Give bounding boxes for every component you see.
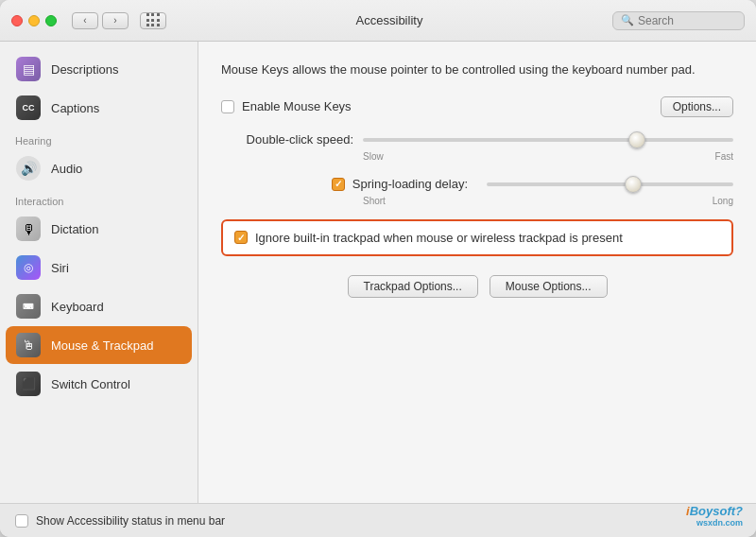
sidebar-item-siri[interactable]: ◎ Siri <box>6 249 192 286</box>
spring-loading-delay-section: Spring-loading delay: Short Long <box>221 175 733 206</box>
spring-loading-text: Spring-loading delay: <box>352 177 468 191</box>
status-bar-label[interactable]: Show Accessibility status in menu bar <box>15 514 225 528</box>
sidebar-item-mouse[interactable]: 🖱 Mouse & Trackpad <box>6 326 192 364</box>
traffic-lights <box>11 15 57 26</box>
sidebar-item-dictation[interactable]: 🎙 Dictation <box>6 210 192 248</box>
sidebar-label-mouse: Mouse & Trackpad <box>51 338 153 353</box>
apps-grid-icon <box>146 13 161 27</box>
sidebar-item-captions[interactable]: CC Captions <box>6 89 192 127</box>
options-button[interactable]: Options... <box>661 96 733 117</box>
enable-mouse-keys-text: Enable Mouse Keys <box>242 99 352 113</box>
speed-fast-label: Fast <box>715 151 733 162</box>
bottom-buttons: Trackpad Options... Mouse Options... <box>221 275 733 298</box>
watermark-question: ? <box>735 504 743 518</box>
main-content: ▤ Descriptions CC Captions Hearing 🔊 Aud… <box>0 42 756 503</box>
double-click-speed-slider[interactable] <box>363 138 733 142</box>
enable-mouse-keys-checkbox[interactable] <box>221 100 234 113</box>
double-click-speed-slider-wrapper <box>363 130 733 149</box>
back-button[interactable]: ‹ <box>72 12 98 29</box>
switch-control-icon: ⬛ <box>15 371 42 397</box>
watermark-url: wsxdn.com <box>686 518 743 528</box>
mouse-trackpad-icon: 🖱 <box>15 332 42 358</box>
enable-mouse-keys-label[interactable]: Enable Mouse Keys <box>221 99 661 113</box>
captions-icon: CC <box>15 95 42 121</box>
watermark: iBoysoft? wsxdn.com <box>686 504 743 528</box>
ignore-trackpad-text: Ignore built-in trackpad when mouse or w… <box>255 231 623 245</box>
window-title: Accessibility <box>174 13 605 27</box>
minimize-button[interactable] <box>28 15 40 26</box>
trackpad-options-button[interactable]: Trackpad Options... <box>348 275 478 298</box>
content-panel: Mouse Keys allows the mouse pointer to b… <box>198 42 756 503</box>
nav-buttons: ‹ › <box>72 12 129 29</box>
search-icon: 🔍 <box>621 14 634 26</box>
apps-button[interactable] <box>140 12 166 29</box>
main-window: ‹ › Accessibility 🔍 ▤ Descriptions <box>0 0 756 537</box>
delay-long-label: Long <box>713 196 733 206</box>
audio-icon: 🔊 <box>15 155 42 182</box>
spring-loading-checkbox[interactable] <box>332 178 345 191</box>
double-click-speed-row: Double-click speed: <box>221 130 733 149</box>
content-description: Mouse Keys allows the mouse pointer to b… <box>221 61 733 79</box>
search-box[interactable]: 🔍 <box>612 11 745 30</box>
sidebar-label-dictation: Dictation <box>51 222 99 236</box>
watermark-brand: Boysoft <box>690 504 735 518</box>
section-header-interaction: Interaction <box>0 188 198 209</box>
delay-short-label: Short <box>363 196 386 206</box>
spring-loading-delay-row: Spring-loading delay: <box>221 175 733 194</box>
sidebar-item-descriptions[interactable]: ▤ Descriptions <box>6 50 192 88</box>
sidebar-label-keyboard: Keyboard <box>51 300 104 314</box>
sidebar-label-audio: Audio <box>51 162 82 176</box>
status-bar-text: Show Accessibility status in menu bar <box>36 514 225 528</box>
double-click-speed-label: Double-click speed: <box>221 132 353 147</box>
speed-slow-label: Slow <box>363 151 384 162</box>
sidebar-label-descriptions: Descriptions <box>51 62 119 77</box>
forward-button[interactable]: › <box>102 12 129 29</box>
sidebar-label-captions: Captions <box>51 101 99 115</box>
titlebar: ‹ › Accessibility 🔍 <box>0 0 756 42</box>
keyboard-icon: ⌨ <box>15 293 42 320</box>
sidebar: ▤ Descriptions CC Captions Hearing 🔊 Aud… <box>0 42 198 503</box>
spring-loading-slider[interactable] <box>487 182 733 186</box>
ignore-trackpad-box: Ignore built-in trackpad when mouse or w… <box>221 219 733 256</box>
sidebar-label-switch: Switch Control <box>51 377 130 391</box>
sidebar-label-siri: Siri <box>51 261 69 275</box>
spring-loading-slider-wrapper <box>487 175 733 194</box>
sidebar-item-keyboard[interactable]: ⌨ Keyboard <box>6 287 192 325</box>
close-button[interactable] <box>11 15 23 26</box>
mouse-options-button[interactable]: Mouse Options... <box>490 275 608 298</box>
double-click-speed-section: Double-click speed: Slow Fast <box>221 130 733 162</box>
search-input[interactable] <box>638 14 736 27</box>
ignore-trackpad-label[interactable]: Ignore built-in trackpad when mouse or w… <box>234 231 720 245</box>
maximize-button[interactable] <box>45 15 57 26</box>
descriptions-icon: ▤ <box>15 56 42 82</box>
sidebar-item-audio[interactable]: 🔊 Audio <box>6 149 192 187</box>
ignore-trackpad-checkbox[interactable] <box>234 231 248 244</box>
spring-loading-label[interactable]: Spring-loading delay: <box>221 177 468 191</box>
double-click-speed-labels: Slow Fast <box>221 151 733 162</box>
spring-loading-labels: Short Long <box>221 196 733 206</box>
section-header-hearing: Hearing <box>0 128 198 148</box>
status-bar-checkbox[interactable] <box>15 514 28 528</box>
status-bar: Show Accessibility status in menu bar <box>0 503 756 537</box>
dictation-icon: 🎙 <box>15 216 42 242</box>
enable-mouse-keys-row: Enable Mouse Keys Options... <box>221 96 733 117</box>
sidebar-item-switch[interactable]: ⬛ Switch Control <box>6 365 192 403</box>
siri-icon: ◎ <box>15 254 42 281</box>
